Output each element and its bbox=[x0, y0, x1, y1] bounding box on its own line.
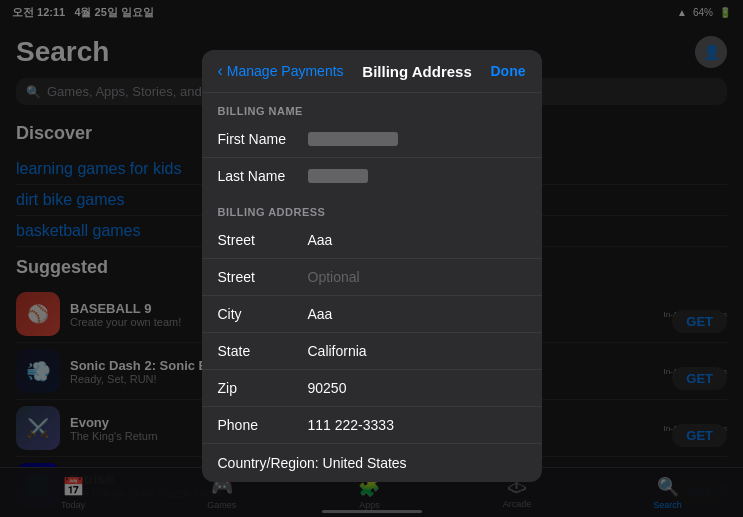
state-value[interactable]: California bbox=[308, 343, 526, 359]
back-label: Manage Payments bbox=[227, 63, 344, 79]
last-name-row[interactable]: Last Name bbox=[202, 158, 542, 194]
state-row[interactable]: State California bbox=[202, 333, 542, 370]
billing-name-header: BILLING NAME bbox=[202, 93, 542, 121]
phone-value[interactable]: 111 222-3333 bbox=[308, 417, 526, 433]
first-name-input[interactable] bbox=[308, 132, 398, 146]
billing-address-group: Street Aaa Street Optional City Aaa Stat… bbox=[202, 222, 542, 443]
street1-row[interactable]: Street Aaa bbox=[202, 222, 542, 259]
city-row[interactable]: City Aaa bbox=[202, 296, 542, 333]
zip-label: Zip bbox=[218, 380, 308, 396]
state-label: State bbox=[218, 343, 308, 359]
modal-content: BILLING NAME First Name Last Name BILLIN… bbox=[202, 93, 542, 482]
modal-nav: ‹ Manage Payments Billing Address Done bbox=[202, 50, 542, 93]
street1-label: Street bbox=[218, 232, 308, 248]
chevron-left-icon: ‹ bbox=[218, 62, 223, 80]
last-name-label: Last Name bbox=[218, 168, 308, 184]
street2-label: Street bbox=[218, 269, 308, 285]
modal-title: Billing Address bbox=[362, 63, 471, 80]
country-row[interactable]: Country/Region: United States bbox=[202, 443, 542, 482]
city-label: City bbox=[218, 306, 308, 322]
street2-value[interactable]: Optional bbox=[308, 269, 526, 285]
billing-name-group: First Name Last Name bbox=[202, 121, 542, 194]
street1-value[interactable]: Aaa bbox=[308, 232, 526, 248]
last-name-input[interactable] bbox=[308, 169, 368, 183]
street2-row[interactable]: Street Optional bbox=[202, 259, 542, 296]
billing-address-header: BILLING ADDRESS bbox=[202, 194, 542, 222]
first-name-row[interactable]: First Name bbox=[202, 121, 542, 158]
zip-row[interactable]: Zip 90250 bbox=[202, 370, 542, 407]
first-name-label: First Name bbox=[218, 131, 308, 147]
billing-address-modal: ‹ Manage Payments Billing Address Done B… bbox=[202, 50, 542, 482]
zip-value[interactable]: 90250 bbox=[308, 380, 526, 396]
country-value: Country/Region: United States bbox=[218, 455, 407, 471]
phone-label: Phone bbox=[218, 417, 308, 433]
done-button[interactable]: Done bbox=[491, 63, 526, 79]
back-button[interactable]: ‹ Manage Payments bbox=[218, 62, 344, 80]
phone-row[interactable]: Phone 111 222-3333 bbox=[202, 407, 542, 443]
city-value[interactable]: Aaa bbox=[308, 306, 526, 322]
